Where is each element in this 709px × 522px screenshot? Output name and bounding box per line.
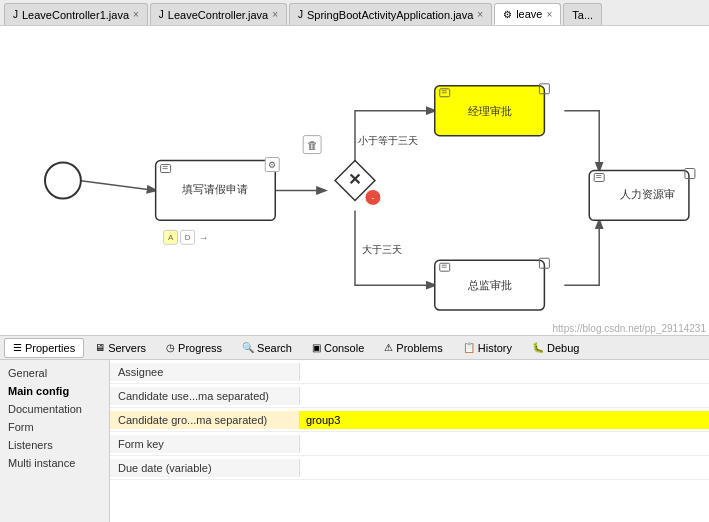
svg-text:大于三天: 大于三天 — [362, 244, 402, 255]
properties-icon: ☰ — [13, 342, 22, 353]
svg-text:A: A — [168, 233, 174, 242]
tab-close-icon[interactable]: × — [133, 9, 139, 20]
watermark: https://blog.csdn.net/pp_29114231 — [550, 322, 709, 335]
tab-bar: J LeaveController1.java × J LeaveControl… — [0, 0, 709, 26]
tab-progress-label: Progress — [178, 342, 222, 354]
svg-text:经理审批: 经理审批 — [468, 105, 512, 117]
properties-sidebar: General Main config Documentation Form L… — [0, 360, 110, 522]
tab-springboot[interactable]: J SpringBootActivityApplication.java × — [289, 3, 492, 25]
search-icon: 🔍 — [242, 342, 254, 353]
sidebar-item-multiinstance[interactable]: Multi instance — [0, 454, 109, 472]
bottom-panel: ☰ Properties 🖥 Servers ◷ Progress 🔍 Sear… — [0, 336, 709, 522]
tab-search-label: Search — [257, 342, 292, 354]
tab-label: Ta... — [572, 9, 593, 21]
candidate-user-input[interactable] — [306, 390, 703, 402]
tab-servers[interactable]: 🖥 Servers — [86, 338, 155, 358]
console-icon: ▣ — [312, 342, 321, 353]
diagram-canvas[interactable]: 小于等于三天 大于三天 填写请假申请 A D → 🗑 ⚙ ✕ - — [0, 26, 709, 336]
svg-text:✕: ✕ — [348, 171, 361, 188]
svg-text:-: - — [371, 193, 374, 203]
prop-value-candidate-group[interactable]: group3 — [300, 411, 709, 429]
sidebar-item-listeners[interactable]: Listeners — [0, 436, 109, 454]
prop-label-assignee: Assignee — [110, 363, 300, 381]
prop-label-form-key: Form key — [110, 435, 300, 453]
bpmn-diagram: 小于等于三天 大于三天 填写请假申请 A D → 🗑 ⚙ ✕ - — [0, 26, 709, 335]
tab-properties[interactable]: ☰ Properties — [4, 338, 84, 358]
servers-icon: 🖥 — [95, 342, 105, 353]
prop-value-candidate-user[interactable] — [300, 387, 709, 405]
svg-text:人力资源审: 人力资源审 — [620, 188, 675, 200]
sidebar-item-mainconfig[interactable]: Main config — [0, 382, 109, 400]
prop-row-assignee: Assignee — [110, 360, 709, 384]
tab-close-icon[interactable]: × — [477, 9, 483, 20]
tab-history-label: History — [478, 342, 512, 354]
tab-search[interactable]: 🔍 Search — [233, 338, 301, 358]
java-icon: J — [298, 9, 303, 20]
tab-ta[interactable]: Ta... — [563, 3, 602, 25]
sidebar-item-form[interactable]: Form — [0, 418, 109, 436]
tab-progress[interactable]: ◷ Progress — [157, 338, 231, 358]
tab-problems[interactable]: ⚠ Problems — [375, 338, 451, 358]
prop-row-candidate-user: Candidate use...ma separated) — [110, 384, 709, 408]
assignee-input[interactable] — [306, 366, 703, 378]
prop-label-due-date: Due date (variable) — [110, 459, 300, 477]
tab-history[interactable]: 📋 History — [454, 338, 521, 358]
prop-row-form-key: Form key — [110, 432, 709, 456]
tab-leavecontroller[interactable]: J LeaveController.java × — [150, 3, 287, 25]
tab-debug-label: Debug — [547, 342, 579, 354]
svg-line-0 — [79, 181, 156, 191]
prop-label-candidate-group: Candidate gro...ma separated) — [110, 411, 300, 429]
due-date-input[interactable] — [306, 462, 703, 474]
tab-label: LeaveController.java — [168, 9, 268, 21]
tab-console-label: Console — [324, 342, 364, 354]
tab-servers-label: Servers — [108, 342, 146, 354]
java-icon: J — [159, 9, 164, 20]
problems-icon: ⚠ — [384, 342, 393, 353]
tab-close-icon[interactable]: × — [272, 9, 278, 20]
tab-properties-label: Properties — [25, 342, 75, 354]
svg-text:D: D — [185, 233, 191, 242]
prop-row-due-date: Due date (variable) — [110, 456, 709, 480]
java-icon: J — [13, 9, 18, 20]
tab-close-icon[interactable]: × — [546, 9, 552, 20]
panel-tabs-bar: ☰ Properties 🖥 Servers ◷ Progress 🔍 Sear… — [0, 336, 709, 360]
tab-console[interactable]: ▣ Console — [303, 338, 373, 358]
panel-body: General Main config Documentation Form L… — [0, 360, 709, 522]
tab-problems-label: Problems — [396, 342, 442, 354]
svg-text:填写请假申请: 填写请假申请 — [181, 183, 248, 195]
sidebar-item-documentation[interactable]: Documentation — [0, 400, 109, 418]
tab-label: LeaveController1.java — [22, 9, 129, 21]
tab-label: leave — [516, 8, 542, 20]
progress-icon: ◷ — [166, 342, 175, 353]
prop-row-candidate-group: Candidate gro...ma separated) group3 — [110, 408, 709, 432]
svg-text:⚙: ⚙ — [268, 160, 276, 170]
tab-leave[interactable]: ⚙ leave × — [494, 3, 561, 25]
svg-text:小于等于三天: 小于等于三天 — [358, 135, 418, 146]
history-icon: 📋 — [463, 342, 475, 353]
svg-text:→: → — [199, 232, 209, 243]
debug-icon: 🐛 — [532, 342, 544, 353]
prop-value-due-date[interactable] — [300, 459, 709, 477]
sidebar-item-general[interactable]: General — [0, 364, 109, 382]
tab-debug[interactable]: 🐛 Debug — [523, 338, 588, 358]
svg-text:🗑: 🗑 — [307, 139, 318, 151]
prop-value-form-key[interactable] — [300, 435, 709, 453]
prop-value-assignee[interactable] — [300, 363, 709, 381]
properties-content: Assignee Candidate use...ma separated) C… — [110, 360, 709, 522]
form-key-input[interactable] — [306, 438, 703, 450]
tab-leavcontroller1[interactable]: J LeaveController1.java × — [4, 3, 148, 25]
svg-text:总监审批: 总监审批 — [467, 279, 512, 291]
bpmn-icon: ⚙ — [503, 9, 512, 20]
start-event — [45, 163, 81, 199]
prop-label-candidate-user: Candidate use...ma separated) — [110, 387, 300, 405]
tab-label: SpringBootActivityApplication.java — [307, 9, 473, 21]
